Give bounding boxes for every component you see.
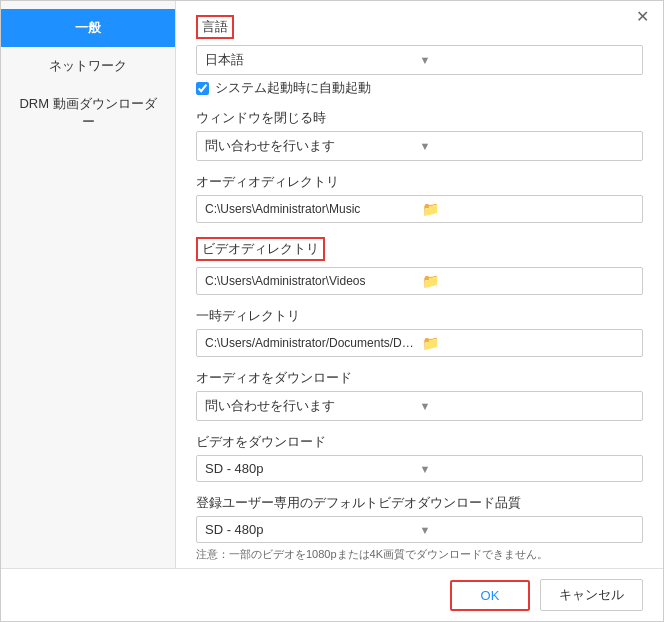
audio-dir-label: オーディオディレクトリ: [196, 173, 643, 191]
video-dir-row: C:\Users\Administrator\Videos 📁: [196, 267, 643, 295]
temp-dir-value: C:\Users/Administrator/Documents/DVDFab …: [205, 336, 418, 350]
note-text: 注意：一部のビデオを1080pまたは4K画質でダウンロードできません。: [196, 547, 643, 562]
sidebar-item-drm[interactable]: DRM 動画ダウンローダー: [1, 85, 175, 141]
autostart-checkbox[interactable]: [196, 82, 209, 95]
close-window-dropdown[interactable]: 問い合わせを行います ▼: [196, 131, 643, 161]
video-download-dropdown[interactable]: SD - 480p ▼: [196, 455, 643, 482]
temp-dir-label: 一時ディレクトリ: [196, 307, 643, 325]
close-window-label: ウィンドウを閉じる時: [196, 109, 643, 127]
temp-dir-row: C:\Users/Administrator/Documents/DVDFab …: [196, 329, 643, 357]
close-button[interactable]: ✕: [630, 5, 655, 28]
dialog-footer: OK キャンセル: [1, 568, 663, 621]
video-dir-value: C:\Users\Administrator\Videos: [205, 274, 418, 288]
temp-dir-folder-icon[interactable]: 📁: [422, 335, 635, 351]
registered-quality-dropdown[interactable]: SD - 480p ▼: [196, 516, 643, 543]
settings-dialog: ✕ 一般 ネットワーク DRM 動画ダウンローダー 言語 日本語 ▼ システム起…: [0, 0, 664, 622]
language-chevron-icon: ▼: [420, 54, 635, 66]
audio-download-dropdown[interactable]: 問い合わせを行います ▼: [196, 391, 643, 421]
audio-download-value: 問い合わせを行います: [205, 397, 420, 415]
registered-quality-chevron-icon: ▼: [420, 524, 635, 536]
audio-dir-row: C:\Users\Administrator\Music 📁: [196, 195, 643, 223]
sidebar-item-general[interactable]: 一般: [1, 9, 175, 47]
language-label: 言語: [196, 15, 234, 39]
close-window-chevron-icon: ▼: [420, 140, 635, 152]
registered-quality-value: SD - 480p: [205, 522, 420, 537]
audio-dir-value: C:\Users\Administrator\Music: [205, 202, 418, 216]
language-value: 日本語: [205, 51, 420, 69]
sidebar-item-network[interactable]: ネットワーク: [1, 47, 175, 85]
audio-download-label: オーディオをダウンロード: [196, 369, 643, 387]
audio-dir-folder-icon[interactable]: 📁: [422, 201, 635, 217]
main-content: 言語 日本語 ▼ システム起動時に自動起動 ウィンドウを閉じる時 問い合わせを行…: [176, 1, 663, 568]
close-window-value: 問い合わせを行います: [205, 137, 420, 155]
registered-quality-label: 登録ユーザー専用のデフォルトビデオダウンロード品質: [196, 494, 643, 512]
audio-download-chevron-icon: ▼: [420, 400, 635, 412]
video-dir-label: ビデオディレクトリ: [196, 237, 325, 261]
ok-button[interactable]: OK: [450, 580, 530, 611]
cancel-button[interactable]: キャンセル: [540, 579, 643, 611]
video-download-chevron-icon: ▼: [420, 463, 635, 475]
video-download-value: SD - 480p: [205, 461, 420, 476]
sidebar: 一般 ネットワーク DRM 動画ダウンローダー: [1, 1, 176, 568]
video-dir-folder-icon[interactable]: 📁: [422, 273, 635, 289]
video-download-label: ビデオをダウンロード: [196, 433, 643, 451]
autostart-row: システム起動時に自動起動: [196, 79, 643, 97]
autostart-label: システム起動時に自動起動: [215, 79, 371, 97]
language-dropdown[interactable]: 日本語 ▼: [196, 45, 643, 75]
